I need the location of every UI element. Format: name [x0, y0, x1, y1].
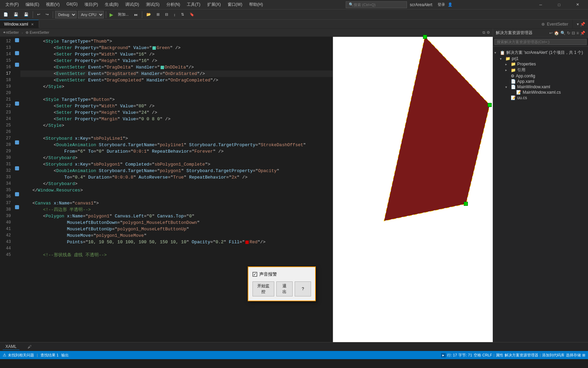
gutter-mark-16[interactable] — [15, 63, 19, 67]
menu-debug[interactable]: 调试(D) — [122, 1, 142, 8]
gutter-mark-31[interactable] — [15, 166, 19, 170]
tree-references[interactable]: ▸ 📁 引用 — [494, 67, 587, 73]
window-controls[interactable]: ─ □ ✕ — [533, 0, 585, 10]
status-select-all-label[interactable]: 选择存储 — [566, 353, 581, 358]
menu-test[interactable]: 测试(S) — [143, 1, 162, 8]
bookmark-button[interactable]: 🔖 — [187, 12, 196, 17]
tab-eventsetter[interactable]: ⊛ EventSetter — [537, 20, 573, 28]
bottom-tab-design[interactable]: 🖋 — [25, 344, 34, 350]
tree-uu-cs[interactable]: ▸ 📝 uu.cs — [494, 95, 587, 101]
tree-solution-root[interactable]: ▾ 📋 解决方案 'scrAreaAlert' (1个项目，共 1 个) — [494, 49, 587, 56]
menu-window[interactable]: 窗口(W) — [225, 1, 245, 8]
project-label: prj1 — [512, 56, 519, 61]
line-num-41: 41 — [0, 226, 11, 232]
toolbar-btn-6[interactable]: ⊟ — [163, 12, 170, 17]
panel-more-icon[interactable]: ≡ — [576, 31, 579, 35]
tree-project[interactable]: ▾ 📁 prj1 — [494, 56, 587, 61]
tab-eventsetter-label: EventSetter — [547, 22, 568, 27]
run-button[interactable]: ▶ — [108, 11, 115, 18]
toolbar-btn-8[interactable]: ⇅ — [179, 12, 186, 17]
status-solution-tab-label[interactable]: 解决方案资源管理器 — [505, 353, 538, 358]
status-find-label[interactable]: 查找结果 1 — [40, 353, 59, 358]
menu-project[interactable]: 项目(P) — [82, 1, 101, 8]
tab-dropdown-icon[interactable]: ▾ — [577, 22, 579, 27]
uucs-label: uu.cs — [517, 95, 527, 100]
cpu-config-select[interactable]: Any CPU — [78, 11, 104, 18]
open-file-button[interactable]: 📂 — [144, 12, 153, 17]
title-search-input[interactable] — [354, 3, 394, 7]
status-add-code-label[interactable]: 添加到代码库 — [542, 353, 565, 358]
gutter-mark-14[interactable] — [15, 51, 19, 55]
solution-search-input[interactable] — [494, 39, 587, 45]
handle-right[interactable] — [488, 103, 492, 107]
line-num-21: 21 — [0, 96, 11, 103]
tab-window-xaml[interactable]: Window.xaml ✕ — [0, 20, 39, 28]
tab-window-xaml-close[interactable]: ✕ — [30, 22, 34, 27]
toolbar-btn-5[interactable]: ⊞ — [154, 12, 162, 17]
step-over-button[interactable]: ⏭ — [132, 12, 140, 17]
undo-button[interactable]: ↩ — [35, 12, 42, 17]
save-button[interactable]: 💾 — [12, 12, 20, 17]
handle-bottom-right[interactable] — [464, 202, 468, 206]
menu-extensions[interactable]: 扩展(X) — [205, 1, 224, 8]
menu-view[interactable]: 视图(V) — [43, 1, 62, 8]
editor-split-icon[interactable]: ⧉ — [483, 30, 485, 35]
debug-config-select[interactable]: Debug — [55, 11, 77, 18]
minimize-button[interactable]: ─ — [533, 0, 549, 10]
breadcrumb-right: ⊛ EventSetter — [26, 30, 49, 35]
menu-git[interactable]: Git(G) — [64, 1, 80, 8]
menu-help[interactable]: 帮助(H) — [246, 1, 266, 8]
panel-pin-icon[interactable]: 📌 — [580, 31, 585, 35]
line-num-26: 26 — [0, 129, 11, 135]
status-navigate-icon[interactable]: ▸ — [441, 353, 446, 357]
handle-top[interactable] — [423, 35, 427, 39]
line-num-39: 39 — [0, 213, 11, 219]
gutter-mark-27[interactable] — [15, 140, 19, 144]
menu-build[interactable]: 生成(B) — [102, 1, 121, 8]
polygon-preview-svg — [333, 37, 493, 342]
attach-button[interactable]: 附加... — [116, 11, 131, 18]
menu-file[interactable]: 文件(F) — [3, 1, 21, 8]
status-left: ⚠ 未找到相关问题 | 查找结果 1 输出 — [3, 353, 69, 358]
status-output-label[interactable]: 输出 — [61, 353, 69, 358]
new-button[interactable]: 📄 — [1, 12, 10, 17]
exit-button[interactable]: 退出 — [276, 281, 293, 296]
menu-analyze[interactable]: 分析(N) — [164, 1, 183, 8]
tree-mainwindow-xaml-cs[interactable]: ▸ 📝 MainWindow.xaml.cs — [494, 90, 587, 95]
properties-icon: 📁 — [511, 62, 516, 66]
panel-refresh-icon[interactable]: ↻ — [567, 31, 570, 35]
save-all-button[interactable]: 💾 — [22, 12, 31, 17]
help-button[interactable]: ? — [295, 281, 311, 296]
panel-home-icon[interactable]: 🏠 — [554, 31, 559, 35]
line-num-24: 24 — [0, 116, 11, 122]
tree-mainwindow-xaml[interactable]: ▾ 📄 MainWindow.xaml — [494, 84, 587, 90]
maximize-button[interactable]: □ — [551, 0, 567, 10]
menu-tools[interactable]: 工具(T) — [184, 1, 203, 8]
tab-pin-icon[interactable]: 📌 — [580, 22, 585, 27]
bottom-tab-xaml[interactable]: XAML — [3, 343, 19, 350]
menu-bar[interactable]: 文件(F) 编辑(E) 视图(V) Git(G) 项目(P) 生成(B) 调试(… — [3, 1, 266, 8]
status-layout-icon[interactable]: ⊞ — [582, 353, 585, 357]
tab-window-xaml-label: Window.xaml — [4, 22, 28, 27]
panel-search-icon[interactable]: 🔍 — [560, 31, 566, 35]
gutter-mark-12[interactable] — [15, 38, 19, 42]
editor-settings-icon[interactable]: ⚙ — [487, 30, 490, 35]
menu-edit[interactable]: 编辑(E) — [23, 1, 42, 8]
toolbar-btn-7[interactable]: ↕ — [172, 12, 178, 17]
login-label[interactable]: 登录 — [438, 2, 445, 7]
sound-alert-checkbox[interactable]: ✓ — [252, 272, 257, 277]
tree-properties[interactable]: ▸ 📁 Properties — [494, 61, 587, 67]
gutter-mark-37[interactable] — [15, 192, 19, 196]
line-num-12: 12 — [0, 38, 11, 45]
tree-app-xaml[interactable]: ▸ 📄 App.xaml — [494, 79, 587, 84]
panel-sync-icon[interactable]: ↩ — [549, 31, 553, 35]
gutter-mark-39[interactable] — [15, 205, 19, 209]
close-button[interactable]: ✕ — [570, 0, 585, 10]
mainwindow-icon: 📄 — [511, 85, 516, 89]
status-property-label[interactable]: 属性 — [496, 353, 503, 358]
redo-button[interactable]: ↪ — [44, 12, 51, 17]
gutter-mark-21[interactable] — [15, 102, 19, 106]
start-monitor-button[interactable]: 开始监控 — [252, 281, 274, 296]
panel-collapse-icon[interactable]: ⊟ — [572, 31, 575, 35]
tree-app-config[interactable]: ▸ ⚙ App.config — [494, 73, 587, 79]
